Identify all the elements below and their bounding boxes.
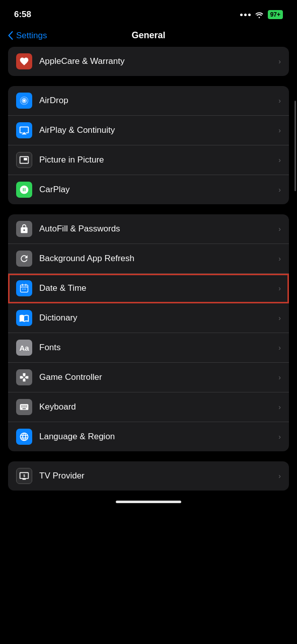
row-pip-label: Picture in Picture [39, 155, 275, 165]
row-gamecontroller[interactable]: Game Controller › [8, 363, 289, 392]
row-applecare-chevron: › [278, 57, 281, 65]
row-pip[interactable]: Picture in Picture › [8, 145, 289, 175]
status-time: 6:58 [14, 10, 31, 20]
back-chevron-icon [8, 31, 13, 40]
row-tvprovider-chevron: › [278, 472, 281, 480]
battery-level: 97+ [270, 11, 280, 18]
row-language[interactable]: Language & Region › [8, 422, 289, 451]
settings-content: AppleCare & Warranty › AirDrop › [0, 47, 297, 491]
svg-point-0 [23, 100, 26, 102]
back-button[interactable]: Settings [8, 31, 47, 41]
signal-icon [240, 14, 251, 16]
row-bgrefresh-chevron: › [278, 255, 281, 263]
autofill-svg [19, 224, 29, 234]
row-bgrefresh-label: Background App Refresh [39, 254, 275, 264]
row-keyboard-label: Keyboard [39, 402, 275, 412]
row-bgrefresh[interactable]: Background App Refresh › [8, 244, 289, 274]
dictionary-svg [19, 313, 29, 323]
section-bottom: $ TV Provider › [8, 461, 289, 491]
row-language-chevron: › [278, 433, 281, 441]
row-fonts-label: Fonts [39, 343, 275, 353]
row-airdrop-label: AirDrop [39, 96, 275, 106]
section-partial: AppleCare & Warranty › [8, 47, 289, 76]
row-datetime[interactable]: Date & Time › [8, 274, 289, 303]
wifi-icon [255, 11, 264, 18]
carplay-svg [19, 185, 29, 195]
keyboard-svg [19, 402, 29, 412]
row-airdrop[interactable]: AirDrop › [8, 86, 289, 116]
row-tvprovider[interactable]: $ TV Provider › [8, 461, 289, 491]
icon-airdrop [16, 93, 32, 109]
applecare-svg [19, 56, 29, 66]
row-dictionary-chevron: › [278, 314, 281, 322]
page-title: General [131, 30, 165, 41]
row-airplay-label: AirPlay & Continuity [39, 125, 275, 135]
row-gamecontroller-chevron: › [278, 373, 281, 381]
icon-tvprovider: $ [16, 468, 32, 484]
gamecontroller-svg [19, 372, 29, 382]
bgrefresh-svg [19, 254, 29, 264]
row-pip-chevron: › [278, 156, 281, 164]
datetime-svg [19, 283, 29, 293]
section-apps: AutoFill & Passwords › Background App Re… [8, 214, 289, 451]
row-keyboard[interactable]: Keyboard › [8, 392, 289, 422]
back-label: Settings [16, 31, 47, 41]
row-airplay[interactable]: AirPlay & Continuity › [8, 116, 289, 145]
row-dictionary[interactable]: Dictionary › [8, 303, 289, 333]
row-carplay[interactable]: CarPlay › [8, 175, 289, 204]
row-language-label: Language & Region [39, 432, 275, 442]
icon-fonts: Aa [16, 340, 32, 356]
icon-language [16, 429, 32, 445]
icon-applecare [16, 53, 32, 69]
row-dictionary-label: Dictionary [39, 313, 275, 323]
icon-bgrefresh [16, 251, 32, 267]
battery-indicator: 97+ [268, 10, 283, 19]
row-autofill[interactable]: AutoFill & Passwords › [8, 214, 289, 244]
row-datetime-label: Date & Time [39, 283, 275, 293]
row-airplay-chevron: › [278, 126, 281, 134]
row-applecare[interactable]: AppleCare & Warranty › [8, 47, 289, 76]
language-svg [19, 432, 29, 442]
row-fonts[interactable]: Aa Fonts › [8, 333, 289, 363]
icon-pip [16, 152, 32, 168]
icon-dictionary [16, 310, 32, 326]
icon-carplay [16, 182, 32, 198]
row-carplay-chevron: › [278, 186, 281, 194]
icon-autofill [16, 221, 32, 237]
svg-text:$: $ [23, 474, 25, 478]
icon-gamecontroller [16, 369, 32, 385]
icon-airplay [16, 122, 32, 138]
scrollbar [294, 101, 296, 191]
row-datetime-chevron: › [278, 284, 281, 292]
airplay-svg [19, 125, 29, 135]
tvprovider-svg: $ [19, 471, 29, 481]
icon-keyboard [16, 399, 32, 415]
home-indicator [116, 501, 181, 503]
row-carplay-label: CarPlay [39, 185, 275, 195]
row-fonts-chevron: › [278, 344, 281, 352]
status-bar: 6:58 97+ [0, 0, 297, 27]
row-gamecontroller-label: Game Controller [39, 372, 275, 382]
icon-datetime [16, 280, 32, 296]
pip-svg [19, 155, 29, 165]
airdrop-svg [19, 96, 29, 106]
row-keyboard-chevron: › [278, 403, 281, 411]
row-autofill-chevron: › [278, 225, 281, 233]
row-tvprovider-label: TV Provider [39, 471, 275, 481]
nav-bar: Settings General [0, 27, 297, 47]
svg-rect-1 [21, 285, 28, 292]
status-icons: 97+ [240, 10, 283, 19]
row-autofill-label: AutoFill & Passwords [39, 224, 275, 234]
section-connectivity: AirDrop › AirPlay & Continuity › Picture… [8, 86, 289, 204]
fonts-icon-text: Aa [19, 344, 29, 352]
row-applecare-label: AppleCare & Warranty [39, 56, 275, 66]
row-airdrop-chevron: › [278, 97, 281, 105]
